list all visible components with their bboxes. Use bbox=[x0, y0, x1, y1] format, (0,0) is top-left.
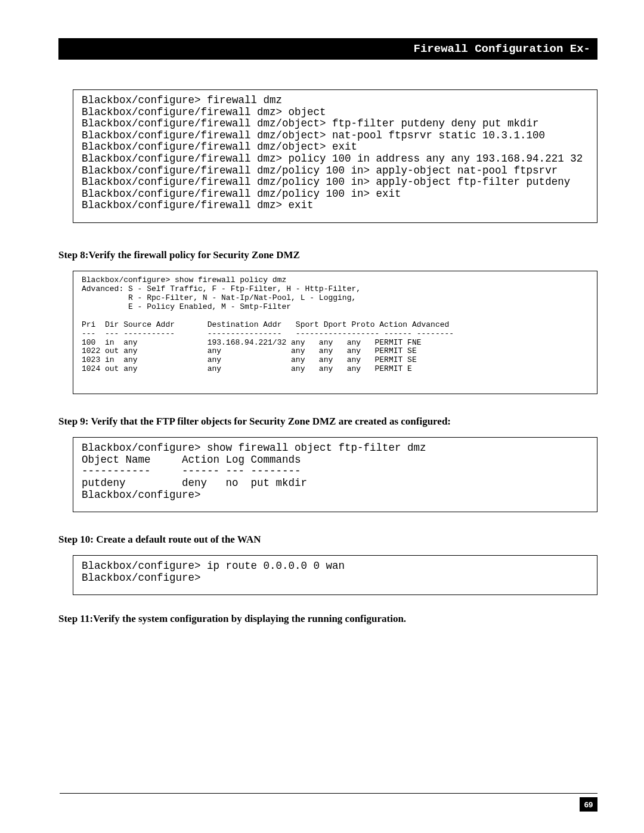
code-block-3: Blackbox/configure> show firewall object… bbox=[73, 437, 597, 512]
page-header: Firewall Configuration Ex- bbox=[58, 38, 597, 60]
step8-heading: Step 8:Verify the firewall policy for Se… bbox=[58, 249, 597, 261]
step10-heading: Step 10: Create a default route out of t… bbox=[58, 534, 597, 546]
code-block-1: Blackbox/configure> firewall dmz Blackbo… bbox=[73, 89, 597, 223]
page-number: 69 bbox=[580, 797, 597, 812]
step9-heading: Step 9: Verify that the FTP filter objec… bbox=[58, 416, 597, 428]
header-title: Firewall Configuration Ex- bbox=[414, 42, 590, 55]
footer-rule bbox=[60, 793, 597, 794]
code-block-2: Blackbox/configure> show firewall policy… bbox=[73, 271, 597, 394]
step11-heading: Step 11:Verify the system configuration … bbox=[58, 613, 597, 625]
code-block-4: Blackbox/configure> ip route 0.0.0.0 0 w… bbox=[73, 555, 597, 595]
page-number-value: 69 bbox=[584, 800, 593, 809]
page-content: Blackbox/configure> firewall dmz Blackbo… bbox=[58, 89, 597, 634]
